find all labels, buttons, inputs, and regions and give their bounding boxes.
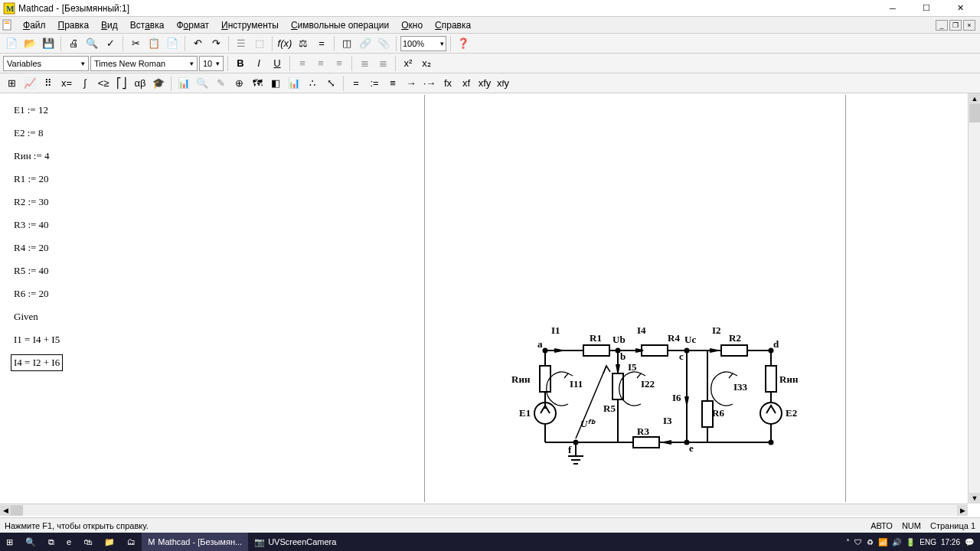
align-right-button[interactable]: ≡ [331, 55, 348, 72]
filemanager-button[interactable]: 📁 [98, 533, 121, 551]
xfy-button[interactable]: xfy [476, 75, 493, 92]
surface-plot-button[interactable]: 🗺 [249, 75, 266, 92]
menu-symbolic[interactable]: Символьные операции [285, 18, 395, 32]
polar-plot-button[interactable]: ⊕ [230, 75, 247, 92]
matrix-palette[interactable]: ⠿ [40, 75, 57, 92]
scroll-up-arrow[interactable]: ▲ [969, 93, 980, 104]
scroll-left-arrow[interactable]: ◀ [0, 505, 11, 516]
tray-shield-icon[interactable]: 🛡 [854, 538, 862, 546]
zoom-plot-button[interactable]: 🔍 [194, 75, 211, 92]
bar-plot-button[interactable]: 📊 [286, 75, 302, 92]
equals-button[interactable]: = [348, 75, 364, 92]
align-regions-button[interactable]: ☰ [233, 35, 250, 52]
font-combo[interactable]: Times New Roman [90, 56, 198, 71]
eq-E1[interactable]: E1 := 12 [14, 104, 48, 116]
vertical-scrollbar[interactable]: ▲ ▼ [968, 93, 980, 504]
assign-button[interactable]: := [366, 75, 383, 92]
menu-format[interactable]: Формат [170, 18, 215, 32]
align-left-button[interactable]: ≡ [294, 55, 311, 72]
vscroll-thumb[interactable] [969, 104, 980, 122]
resource-center-button[interactable]: ❓ [455, 35, 472, 52]
tray-notifications-icon[interactable]: 💬 [965, 538, 974, 546]
subscript-button[interactable]: x₂ [418, 55, 435, 72]
search-button[interactable]: 🔍 [19, 533, 42, 551]
dot-arrow-button[interactable]: ·→ [421, 75, 438, 92]
eq-R1[interactable]: R1 := 20 [14, 173, 49, 185]
cut-button[interactable]: ✂ [127, 35, 144, 52]
scroll-down-arrow[interactable]: ▼ [969, 493, 980, 504]
eq-Rin[interactable]: Rин := 4 [14, 150, 50, 162]
mdi-minimize[interactable]: _ [936, 20, 948, 31]
workspace[interactable]: E1 := 12 E2 := 8 Rин := 4 R1 := 20 R2 :=… [0, 93, 980, 516]
xfy2-button[interactable]: xfy [495, 75, 511, 92]
xy-plot-button[interactable]: 📊 [175, 75, 192, 92]
scroll-right-arrow[interactable]: ▶ [957, 505, 968, 516]
eq-R5[interactable]: R5 := 40 [14, 265, 49, 277]
bool-equals-button[interactable]: ≡ [384, 75, 401, 92]
separate-regions-button[interactable]: ⬚ [251, 35, 268, 52]
explorer-button[interactable]: 🗂 [121, 533, 142, 551]
minimize-button[interactable]: ─ [876, 1, 910, 16]
greek-palette[interactable]: αβ [132, 75, 149, 92]
tray-lang[interactable]: ENG [920, 538, 936, 546]
arrow-button[interactable]: → [403, 75, 420, 92]
symbolic-palette[interactable]: 🎓 [150, 75, 167, 92]
save-button[interactable]: 💾 [40, 35, 57, 52]
eq-R6[interactable]: R6 := 20 [14, 288, 49, 300]
tray-volume-icon[interactable]: 🔊 [892, 538, 901, 546]
xf-button[interactable]: xf [458, 75, 475, 92]
document-area[interactable]: E1 := 12 E2 := 8 Rин := 4 R1 := 20 R2 :=… [2, 95, 966, 502]
tray-battery-icon[interactable]: 🔋 [906, 538, 915, 546]
task-view-button[interactable]: ⧉ [42, 533, 60, 551]
store-button[interactable]: 🛍 [77, 533, 98, 551]
tray-chevron-icon[interactable]: ˄ [846, 538, 850, 546]
menu-insert[interactable]: Вставка [124, 18, 171, 32]
bullets-button[interactable]: ≣ [356, 55, 373, 72]
maximize-button[interactable]: ☐ [910, 1, 943, 16]
circuit-diagram[interactable]: I1 I4 I2 R1 R4 R2 Ub Uc a b c d e f Rин … [507, 320, 813, 473]
trace-plot-button[interactable]: ✎ [212, 75, 229, 92]
menu-help[interactable]: Справка [429, 18, 477, 32]
style-combo[interactable]: Variables [3, 56, 89, 71]
function-button[interactable]: f(x) [276, 35, 293, 52]
menu-view[interactable]: Вид [95, 18, 124, 32]
reference-button[interactable]: 📎 [375, 35, 392, 52]
eq-eq2-active[interactable]: I4 = I2 + I6 [11, 354, 63, 371]
horizontal-scrollbar[interactable]: ◀ ▶ [0, 504, 968, 516]
eq-R4[interactable]: R4 := 20 [14, 242, 49, 254]
menu-tools[interactable]: Инструменты [215, 18, 285, 32]
menu-window[interactable]: Окно [395, 18, 429, 32]
undo-button[interactable]: ↶ [189, 35, 206, 52]
mdi-restore[interactable]: ❐ [949, 20, 962, 31]
mdi-close[interactable]: × [963, 20, 975, 31]
zoom-combo[interactable]: 100% [400, 36, 446, 51]
edge-button[interactable]: e [60, 533, 77, 551]
taskbar-mathcad[interactable]: M Mathcad - [Безымян... [142, 533, 248, 551]
tray-time[interactable]: 17:26 [941, 538, 960, 546]
boolean-palette[interactable]: <≥ [95, 75, 112, 92]
programming-palette[interactable]: ⎡⎦ [113, 75, 130, 92]
size-combo[interactable]: 10 [199, 56, 224, 71]
taskbar-uvscreen[interactable]: 📷 UVScreenCamera [248, 533, 342, 551]
close-button[interactable]: ✕ [943, 1, 977, 16]
evaluation-palette[interactable]: x= [58, 75, 75, 92]
eq-eq1[interactable]: I1 = I4 + I5 [14, 334, 60, 346]
hscroll-thumb[interactable] [11, 505, 23, 516]
eq-given[interactable]: Given [14, 311, 38, 323]
numbering-button[interactable]: ≣ [374, 55, 391, 72]
underline-button[interactable]: U [269, 55, 286, 72]
calculator-palette[interactable]: ⊞ [3, 75, 20, 92]
menu-file[interactable]: Файл [17, 18, 52, 32]
align-center-button[interactable]: ≡ [312, 55, 329, 72]
new-button[interactable]: 📄 [3, 35, 20, 52]
hyperlink-button[interactable]: 🔗 [357, 35, 374, 52]
calculus-palette[interactable]: ∫ [77, 75, 93, 92]
graph-palette[interactable]: 📈 [21, 75, 38, 92]
eq-R2[interactable]: R2 := 30 [14, 196, 49, 208]
redo-button[interactable]: ↷ [207, 35, 224, 52]
superscript-button[interactable]: x² [400, 55, 416, 72]
component-button[interactable]: ◫ [338, 35, 355, 52]
spellcheck-button[interactable]: ✓ [102, 35, 119, 52]
print-button[interactable]: 🖨 [65, 35, 82, 52]
calculate-button[interactable]: = [313, 35, 330, 52]
